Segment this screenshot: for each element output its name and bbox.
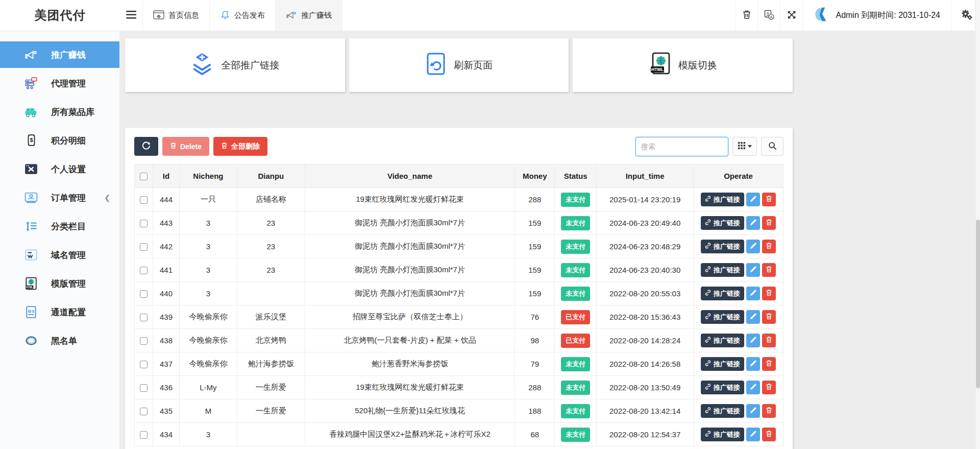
tab-label: 首页信息 [168, 11, 199, 20]
delete-row-button[interactable] [762, 404, 776, 418]
row-checkbox[interactable] [140, 196, 148, 204]
sidebar-item-all-dishes[interactable]: 所有菜品库 [0, 99, 119, 125]
all-promo-links-card[interactable]: 全部推广链接 [125, 38, 345, 92]
template-switch-card[interactable]: HTML 模版切换 [573, 38, 793, 92]
sidebar-item-domain-management[interactable]: 域名管理 [0, 242, 119, 268]
cell-video-name: 香辣鸡腿中国汉堡X2+盐酥鸡米花＋冰柠可乐X2 [305, 423, 515, 446]
scrollbar-thumb[interactable] [976, 220, 980, 388]
tab-promote-earn[interactable]: 推广赚钱 [275, 0, 342, 31]
row-checkbox[interactable] [140, 220, 148, 227]
refresh-button[interactable] [134, 137, 158, 156]
edit-button[interactable] [746, 240, 760, 253]
row-checkbox[interactable] [140, 314, 148, 321]
cell-id: 438 [153, 329, 179, 352]
clear-trash-button[interactable] [735, 0, 757, 31]
promo-link-button[interactable]: 推广链接 [701, 287, 744, 300]
fullscreen-button[interactable] [780, 0, 802, 31]
table-row: 435 M 一生所爱 520礼物{一生所爱}11朵红玫瑰花 188 未支付 20… [135, 399, 783, 423]
cell-video-name: 御泥坊 亮颜小灯泡面膜30ml*7片 [305, 258, 515, 282]
sidebar-item-label: 所有菜品库 [51, 106, 94, 118]
tab-announcement[interactable]: 公告发布 [209, 0, 275, 31]
row-checkbox[interactable] [140, 408, 148, 415]
svg-text:$: $ [30, 137, 33, 143]
button-label: 推广链接 [714, 383, 740, 392]
search-input[interactable] [635, 137, 728, 156]
edit-button[interactable] [746, 287, 760, 300]
column-header-video-name: Video_name [305, 164, 515, 188]
top-header: 美团代付 首页信息 [0, 0, 980, 31]
sidebar-item-category-columns[interactable]: 分类栏目 [0, 213, 119, 240]
promo-link-button[interactable]: 推广链接 [701, 381, 744, 394]
delete-row-button[interactable] [762, 287, 776, 300]
row-checkbox[interactable] [140, 243, 148, 251]
sidebar-item-points-detail[interactable]: $ 积分明细 [0, 127, 119, 154]
refresh-icon [142, 141, 151, 152]
cell-input-time: 2025-01-14 23:20:19 [597, 188, 694, 211]
delete-row-button[interactable] [762, 193, 776, 206]
promo-link-button[interactable]: 推广链接 [701, 334, 744, 347]
cell-video-name: 19束红玫瑰网红发光暖灯鲜花束 [305, 188, 515, 211]
table-row: 443 3 23 御泥坊 亮颜小灯泡面膜30ml*7片 159 未支付 2024… [135, 211, 783, 235]
promo-link-button[interactable]: 推广链接 [701, 428, 744, 441]
promo-link-button[interactable]: 推广链接 [701, 216, 744, 230]
row-checkbox[interactable] [140, 337, 148, 345]
sidebar-item-promote-earn[interactable]: 推广赚钱 [0, 41, 119, 68]
delete-all-button[interactable]: 全部删除 [213, 137, 267, 156]
delete-row-button[interactable] [762, 216, 776, 230]
sidebar-item-personal-settings[interactable]: 个人设置 [0, 156, 119, 182]
sidebar-item-blacklist[interactable]: 黑名单 [0, 327, 119, 354]
search-button[interactable] [761, 137, 783, 156]
page-scrollbar[interactable] [975, 0, 980, 449]
delete-row-button[interactable] [762, 240, 776, 253]
delete-row-button[interactable] [762, 334, 776, 347]
megaphone-icon [24, 48, 38, 61]
avatar-logo [814, 6, 830, 25]
sidebar-item-template-management[interactable]: HTML 模版管理 [0, 270, 119, 297]
delete-row-button[interactable] [762, 428, 776, 441]
promo-link-button[interactable]: 推广链接 [701, 240, 744, 253]
columns-toggle-button[interactable] [732, 137, 757, 156]
cell-id: 444 [153, 188, 179, 211]
trash-icon [766, 195, 772, 204]
refresh-page-card[interactable]: 刷新页面 [349, 38, 569, 92]
edit-button[interactable] [746, 428, 760, 441]
tab-home-info[interactable]: 首页信息 [142, 0, 209, 31]
edit-button[interactable] [746, 310, 760, 324]
row-checkbox[interactable] [140, 384, 148, 392]
delete-selected-button[interactable]: Delete [162, 137, 209, 156]
promo-link-button[interactable]: 推广链接 [701, 404, 744, 418]
language-button[interactable]: 文 A [757, 0, 780, 31]
edit-button[interactable] [746, 193, 760, 206]
promo-link-button[interactable]: 推广链接 [701, 263, 744, 277]
sidebar-item-order-management[interactable]: 订单管理 ❮ [0, 184, 119, 211]
admin-info[interactable]: Admin 到期时间: 2031-10-24 [802, 0, 951, 31]
delete-row-button[interactable] [762, 357, 776, 371]
pencil-icon [750, 243, 756, 251]
edit-button[interactable] [746, 263, 760, 277]
edit-button[interactable] [746, 357, 760, 371]
link-icon [705, 219, 711, 227]
delete-row-button[interactable] [762, 263, 776, 277]
row-checkbox[interactable] [140, 290, 148, 298]
cell-dianpu: 23 [237, 258, 305, 282]
row-checkbox[interactable] [140, 431, 148, 439]
row-checkbox[interactable] [140, 361, 148, 368]
sidebar-toggle-button[interactable] [120, 0, 142, 31]
edit-button[interactable] [746, 334, 760, 347]
edit-button[interactable] [746, 404, 760, 418]
card-label: 全部推广链接 [221, 59, 279, 72]
delete-row-button[interactable] [762, 310, 776, 324]
promo-link-button[interactable]: 推广链接 [701, 357, 744, 371]
row-checkbox[interactable] [140, 267, 148, 274]
edit-button[interactable] [746, 381, 760, 394]
edit-button[interactable] [746, 216, 760, 230]
delete-row-button[interactable] [762, 381, 776, 394]
select-all-checkbox[interactable] [140, 173, 148, 180]
promo-link-button[interactable]: 推广链接 [701, 310, 744, 324]
sidebar-item-channel-config[interactable]: $ 通道配置 [0, 299, 119, 325]
refresh-doc-icon [425, 52, 447, 78]
sidebar-item-agent-management[interactable]: 代理管理 [0, 70, 119, 97]
translate-icon: 文 A [764, 10, 774, 21]
card-label: 模版切换 [678, 59, 717, 72]
promo-link-button[interactable]: 推广链接 [701, 193, 744, 206]
